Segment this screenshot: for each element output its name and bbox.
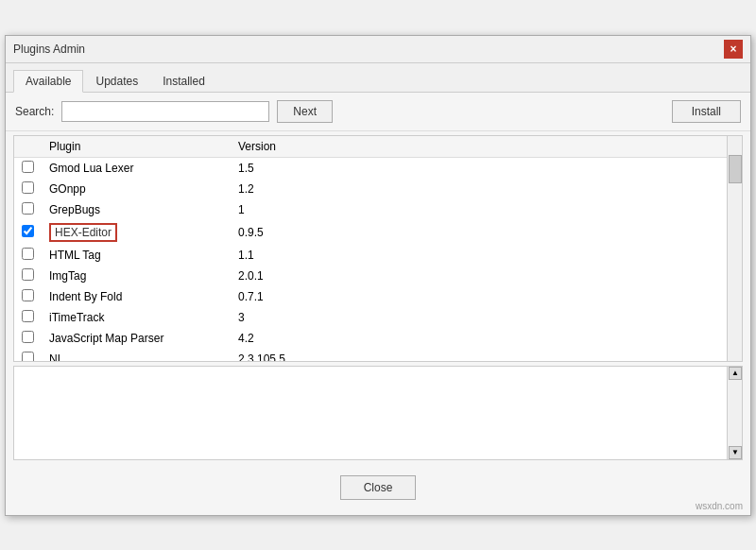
install-button[interactable]: Install [672,100,741,123]
plugin-name: Indent By Fold [42,286,231,307]
footer: Close [6,464,750,515]
plugin-version: 1 [231,199,306,220]
table-row: GrepBugs1 [14,199,727,220]
plugin-checkbox[interactable] [22,289,34,301]
plugin-version: 1.5 [231,157,306,179]
plugin-list-scrollbar[interactable] [727,136,742,361]
plugin-checkbox[interactable] [22,310,34,322]
plugin-version: 1.1 [231,245,306,266]
description-content [14,367,727,459]
plugin-name: HTML Tag [42,245,231,266]
plugin-list-area: Plugin Version Gmod Lua Lexer1.5GOnpp1.2… [13,135,743,362]
scrollbar-thumb [729,155,742,183]
table-row: JavaScript Map Parser4.2 [14,328,727,349]
close-dialog-button[interactable]: Close [340,475,417,500]
table-row: Gmod Lua Lexer1.5 [14,157,727,179]
plugin-name: GOnpp [42,179,231,199]
plugin-version: 4.2 [231,328,306,349]
table-row: NL...2.3.105.5 [14,349,727,361]
description-area: ▲ ▼ [13,366,743,460]
plugin-name: Gmod Lua Lexer [42,157,231,179]
plugin-checkbox[interactable] [22,202,34,215]
plugin-name: JavaScript Map Parser [42,328,231,349]
next-button[interactable]: Next [277,100,333,123]
col-checkbox [14,136,42,158]
plugin-checkbox[interactable] [22,331,34,343]
col-spacer [306,136,727,158]
table-row: ImgTag2.0.1 [14,266,727,286]
plugin-name: GrepBugs [42,199,231,220]
watermark: wsxdn.com [696,501,743,511]
scroll-down-arrow[interactable]: ▼ [729,446,742,459]
plugin-name: iTimeTrack [42,307,231,328]
search-input[interactable] [61,101,269,122]
search-label: Search: [15,105,54,118]
plugin-version: 3 [231,307,306,328]
plugin-table: Plugin Version Gmod Lua Lexer1.5GOnpp1.2… [14,136,727,361]
tab-bar: Available Updates Installed [6,63,750,93]
plugin-version: 1.2 [231,179,306,199]
toolbar: Search: Next Install [6,93,750,131]
plugin-name: ImgTag [42,266,231,286]
table-row: Indent By Fold0.7.1 [14,286,727,307]
tab-installed[interactable]: Installed [150,70,217,93]
plugin-checkbox[interactable] [22,181,34,194]
plugin-checkbox[interactable] [22,268,34,281]
table-row: HTML Tag1.1 [14,245,727,266]
scroll-up-arrow[interactable]: ▲ [729,367,742,380]
title-bar: Plugins Admin × [6,36,750,63]
window-title: Plugins Admin [13,43,85,56]
plugin-name: NL... [42,349,231,361]
plugin-checkbox[interactable] [22,248,34,260]
tab-available[interactable]: Available [13,70,83,93]
plugin-version: 2.3.105.5 [231,349,306,361]
tab-updates[interactable]: Updates [83,70,150,93]
col-version: Version [231,136,306,158]
table-row: GOnpp1.2 [14,179,727,199]
plugins-admin-window: Plugins Admin × Available Updates Instal… [5,35,751,516]
plugin-checkbox[interactable] [22,161,34,173]
table-row: HEX-Editor0.9.5 [14,220,727,245]
plugin-version: 0.7.1 [231,286,306,307]
plugin-name-highlighted: HEX-Editor [49,223,117,242]
window-close-button[interactable]: × [724,40,743,59]
table-row: iTimeTrack3 [14,307,727,328]
plugin-checkbox[interactable] [22,352,34,361]
description-scrollbar[interactable]: ▲ ▼ [727,367,742,459]
plugin-version: 2.0.1 [231,266,306,286]
plugin-checkbox[interactable] [22,225,34,237]
plugin-version: 0.9.5 [231,220,306,245]
col-plugin: Plugin [42,136,231,158]
